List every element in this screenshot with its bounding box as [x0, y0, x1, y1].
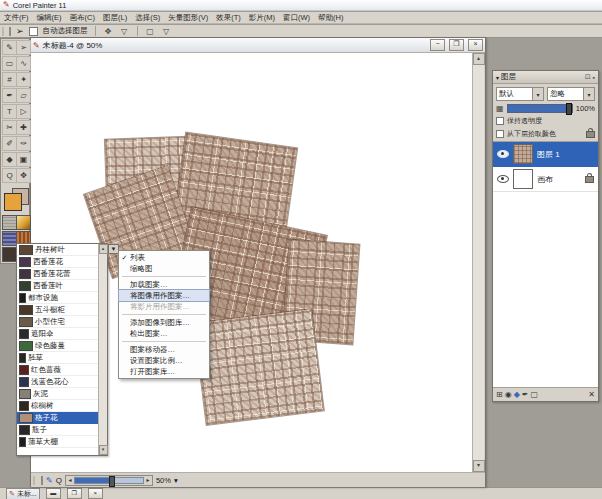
minimized-maximize-button[interactable]: ❐ [67, 488, 82, 499]
pattern-item[interactable]: 都市设施 [17, 292, 98, 304]
composite-depth-dropdown[interactable]: 忽略 ▾ [547, 87, 595, 101]
visibility-eye-icon[interactable] [497, 150, 509, 158]
document-title-bar[interactable]: ✎ 未标题-4 @ 50% − ❐ × [31, 38, 485, 53]
menu-help[interactable]: 帮助(H) [314, 12, 347, 24]
text-tool[interactable]: T [2, 104, 17, 119]
dynamic-plugins-icon[interactable]: ◉ [505, 390, 512, 399]
zoom-slider[interactable]: ◂ ▸ [65, 475, 153, 486]
pen-tool[interactable]: ✒ [2, 88, 17, 103]
pattern-item-selected[interactable]: 格子花 [17, 412, 98, 424]
lock-icon[interactable] [586, 131, 595, 138]
zoom-in-icon[interactable]: ▸ [144, 476, 152, 485]
visibility-eye-icon[interactable] [497, 175, 509, 183]
scissors-tool[interactable]: ✂ [2, 120, 17, 135]
vertical-scrollbar[interactable]: ▴ ▾ [472, 53, 484, 472]
add-point-tool[interactable]: ✚ [16, 120, 31, 135]
layer-mask-icon[interactable]: ▢ [531, 390, 539, 399]
pattern-item[interactable]: 西番莲花蕾 [17, 268, 98, 280]
doc-restore-button[interactable]: ❐ [449, 39, 464, 51]
crop-tool[interactable]: # [2, 72, 17, 87]
paint-bucket-tool[interactable]: ▣ [16, 152, 31, 167]
menu-layers[interactable]: 图层(L) [99, 12, 131, 24]
layer-row-canvas[interactable]: 画布 [493, 167, 598, 192]
minimized-document[interactable]: ✎ 未标... [6, 488, 40, 499]
dropper-tool[interactable]: ◆ [2, 152, 17, 167]
scale-icon[interactable]: ✥ [103, 26, 114, 36]
rect-shape-tool[interactable]: ▱ [16, 88, 31, 103]
pattern-item[interactable]: 小型住宅 [17, 316, 98, 328]
skew-icon[interactable]: ▢ [145, 26, 156, 36]
remove-point-tool[interactable]: ✐ [2, 136, 17, 151]
menu-item-pattern-mover[interactable]: 图案移动器… [119, 344, 209, 355]
composite-method-dropdown[interactable]: 默认 ▾ [496, 87, 544, 101]
opacity-slider[interactable] [507, 104, 573, 113]
menu-canvas[interactable]: 画布(C) [66, 12, 99, 24]
layers-panel-header[interactable]: ▾ 图层 ⊡ ▪ [493, 71, 598, 84]
pattern-item[interactable]: 五斗橱柜 [17, 304, 98, 316]
pattern-item[interactable]: 蒲草大棚 [17, 436, 98, 448]
zoom-dropdown-icon[interactable]: ▾ [174, 476, 178, 485]
menu-item-open-pattern-library[interactable]: 打开图案库… [119, 366, 209, 377]
pattern-item[interactable]: 西番莲花 [17, 256, 98, 268]
grabber-tool[interactable]: ✥ [16, 168, 31, 183]
distort-icon[interactable]: ▽ [161, 26, 172, 36]
paper-selector[interactable] [2, 215, 17, 230]
scroll-up-icon[interactable]: ▴ [473, 53, 485, 65]
new-layer-icon[interactable]: ⊞ [496, 390, 503, 399]
lasso-tool[interactable]: ∿ [16, 56, 31, 71]
brush-tool[interactable]: ✎ [2, 40, 17, 55]
auto-select-layer-checkbox[interactable] [29, 27, 38, 36]
magnifier-tool[interactable]: Q [2, 168, 17, 183]
minimized-close-button[interactable]: × [88, 488, 103, 499]
rect-select-tool[interactable]: ▭ [2, 56, 17, 71]
doc-close-button[interactable]: × [468, 39, 483, 51]
pattern-item[interactable]: 胚草 [17, 352, 98, 364]
preserve-transparency-checkbox[interactable] [496, 117, 504, 125]
pattern-item[interactable]: 遮阳伞 [17, 328, 98, 340]
layer-adjuster-tool[interactable]: ➢ [16, 40, 31, 55]
pattern-item[interactable]: 西番莲叶 [17, 280, 98, 292]
menu-item-use-image-as-pattern[interactable]: 将图像用作图案… [119, 290, 209, 301]
pickup-underlying-color-checkbox[interactable] [496, 130, 504, 138]
minimized-restore-button[interactable]: ▬ [46, 488, 61, 499]
pattern-item[interactable]: 绿色藤蔓 [17, 340, 98, 352]
pattern-item[interactable]: 灰泥 [17, 388, 98, 400]
menu-edit[interactable]: 编辑(E) [33, 12, 66, 24]
menu-item-check-out-pattern[interactable]: 检出图案… [119, 328, 209, 339]
layer-row-selected[interactable]: 图层 1 [493, 142, 598, 167]
pattern-list-scrollbar[interactable]: ▴ ▾ [98, 244, 107, 455]
new-liquid-ink-layer-icon[interactable]: ✒ [522, 390, 529, 399]
gradient-selector[interactable] [16, 215, 31, 230]
pattern-item[interactable]: 红色蔷薇 [17, 364, 98, 376]
shape-select-tool[interactable]: ▷ [16, 104, 31, 119]
menu-file[interactable]: 文件(F) [0, 12, 33, 24]
menu-item-list-view[interactable]: ✓列表 [119, 252, 209, 263]
menu-effects[interactable]: 效果(T) [212, 12, 245, 24]
property-bar-grip[interactable] [2, 27, 11, 36]
new-watercolor-layer-icon[interactable]: ◆ [514, 390, 520, 399]
delete-layer-icon[interactable]: ✕ [588, 390, 595, 399]
menu-select[interactable]: 选择(S) [131, 12, 164, 24]
collapse-icon[interactable]: ▾ [496, 74, 499, 81]
main-color-swatch[interactable] [4, 193, 22, 211]
panel-menu-icon[interactable]: ▪ [593, 74, 595, 81]
nozzle-selector[interactable] [2, 247, 17, 262]
scroll-down-icon[interactable]: ▾ [473, 460, 485, 472]
menu-item-add-image-to-library[interactable]: 添加图像到图库… [119, 317, 209, 328]
status-bar-grip[interactable] [33, 476, 43, 485]
pattern-item[interactable]: 丹桂树叶 [17, 244, 98, 256]
zoom-icon[interactable]: Q [56, 476, 62, 485]
convert-point-tool[interactable]: ✑ [16, 136, 31, 151]
pattern-item[interactable]: 棕榈树 [17, 400, 98, 412]
menu-shapes[interactable]: 矢量图形(V) [164, 12, 212, 24]
pattern-item[interactable]: 瓶子 [17, 424, 98, 436]
rotate-icon[interactable]: ▽ [119, 26, 130, 36]
scroll-down-icon[interactable]: ▾ [99, 445, 108, 455]
zoom-out-icon[interactable]: ◂ [66, 476, 74, 485]
menu-movie[interactable]: 影片(M) [245, 12, 279, 24]
opacity-slider-handle[interactable] [566, 103, 572, 115]
menu-item-thumbnail-view[interactable]: 缩略图 [119, 263, 209, 274]
menu-item-set-pattern-scale[interactable]: 设置图案比例… [119, 355, 209, 366]
doc-minimize-button[interactable]: − [430, 39, 445, 51]
pan-icon[interactable]: ✎ [46, 476, 53, 485]
